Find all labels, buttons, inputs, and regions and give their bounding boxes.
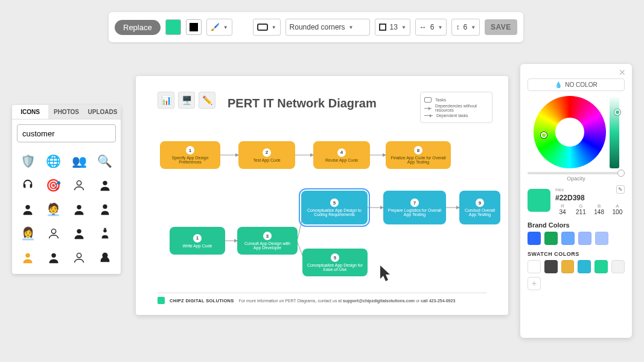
svg-point-7 [51,229,56,233]
fill-color-chip[interactable] [165,19,181,35]
chevron-down-icon: ▼ [272,25,276,30]
person-outline-icon[interactable] [43,223,65,244]
user-solid-icon[interactable] [68,223,91,244]
shape-type-dropdown[interactable]: ▼ [253,19,281,36]
user-solid-icon[interactable] [17,199,39,220]
color-swatch[interactable] [578,260,591,273]
diagram-node[interactable]: 5Conceptualize App Design for Ease-of-Us… [302,249,368,276]
tab-photos[interactable]: PHOTOS [48,105,84,119]
color-swatch[interactable] [561,260,575,273]
female-user-icon[interactable] [94,199,116,220]
paint-roller-dropdown[interactable]: 🖌️ ▼ [206,19,232,36]
color-wheel-handle[interactable] [541,132,547,138]
brand-swatch[interactable] [578,232,591,245]
female-user-icon[interactable] [94,247,116,268]
diagram-node[interactable]: 1Write App Code [170,227,225,255]
height-arrow-dropdown[interactable]: ↕ 6 ▼ [451,19,480,36]
brand-colors-row [528,232,625,245]
diagram-node[interactable]: 4Revise App Code [313,141,370,169]
node-label: Conceptualize App Design to Coding Requi… [305,208,364,217]
chevron-down-icon: ▼ [471,25,476,30]
user-solid-icon[interactable] [17,247,39,268]
node-label: Prepare Logistics for Overall App Testin… [387,208,442,217]
node-number: 8 [414,146,422,154]
brand-swatch[interactable] [561,232,575,245]
svg-point-13 [77,253,81,258]
search-input[interactable] [18,129,121,138]
width-arrow-dropdown[interactable]: ↔ 6 ▼ [415,19,447,36]
save-button[interactable]: SAVE [485,19,517,35]
female-headset-icon[interactable]: 👩‍💼 [17,223,39,244]
icon-result[interactable]: 👥 [68,151,91,171]
chevron-down-icon: ▼ [349,25,354,30]
g-value: 211 [573,209,588,215]
brand-swatch[interactable] [595,232,608,245]
chevron-down-icon: ▼ [401,25,406,30]
format-toolbar: Replace 🖌️ ▼ ▼ Rounded corners ▼ 13 ▼ ↔ … [109,12,523,42]
rounded-rect-icon [257,24,268,31]
opacity-slider[interactable] [528,172,625,174]
color-swatch[interactable] [611,260,625,273]
color-swatch[interactable] [544,260,558,273]
diagram-node[interactable]: 8Finalize App Code for Overall App Testi… [386,141,451,169]
company-name: CHIPZ DIGITAL SOLUTIONS [170,298,234,303]
close-icon[interactable]: ✕ [619,68,626,77]
concierge-icon[interactable] [94,223,116,244]
border-width-dropdown[interactable]: 13 ▼ [375,19,410,36]
user-solid-icon[interactable] [94,175,116,195]
b-value: 148 [592,209,607,215]
eyedropper-icon[interactable]: ✎ [616,185,625,194]
legend-box: Tasks Dependencies without resources Dep… [420,92,493,123]
shade-slider[interactable] [610,96,619,168]
current-color-swatch [528,189,550,212]
a-value: 100 [610,209,625,215]
editor-canvas[interactable]: 📊 🖥️ ✏️ PERT IT Network Diagram Tasks De… [136,76,508,315]
hex-value[interactable]: #22D398 [555,194,625,202]
user-solid-icon[interactable] [68,199,91,220]
stroke-color-chip[interactable] [186,19,202,35]
color-swatch[interactable] [595,260,608,273]
tab-uploads[interactable]: UPLOADS [84,105,121,119]
brand-swatch[interactable] [528,232,541,245]
icon-result[interactable]: 🌐 [43,151,65,171]
diagram-node[interactable]: 5Conceptualize App Design to Coding Requ… [301,191,368,224]
design-icon: ✏️ [199,92,215,109]
node-number: 2 [263,148,271,157]
tab-icons[interactable]: ICONS [12,105,48,119]
icon-result[interactable]: 🛡️ [17,151,39,171]
arrow-h-value: 6 [430,23,435,31]
diagram-node[interactable]: 9Conduct Overall App Testing [459,191,500,224]
brand-swatch[interactable] [544,232,558,245]
icon-result[interactable]: 🎯 [43,175,65,195]
r-value: 34 [555,209,570,215]
footer-text: or [416,299,421,303]
chevron-down-icon: ▼ [438,25,443,30]
node-label: Specify App Design Preferences [164,156,217,164]
diagram-node[interactable]: 1Specify App Design Preferences [160,141,220,169]
opacity-handle[interactable] [617,170,625,177]
user-solid-icon[interactable] [43,247,65,268]
headset-icon[interactable] [17,175,39,195]
person-icon[interactable] [68,175,91,195]
color-picker-panel: ✕ 💧 NO COLOR Opacity Hex ✎ #22D398 R34 G… [520,64,632,338]
swatch-colors-title: SWATCH COLORS [528,251,625,257]
diagram-footer: CHIPZ DIGITAL SOLUTIONS For more informa… [158,293,486,304]
support-agent-icon[interactable]: 🧑‍💼 [43,199,65,220]
assets-tabs: ICONS PHOTOS UPLOADS [12,105,121,119]
icon-result[interactable]: 🔍 [94,151,116,171]
svg-point-12 [51,253,56,258]
no-color-label: NO COLOR [565,81,597,88]
diagram-node[interactable]: 2Test App Code [238,141,295,169]
legend-item: Dependencies without resources [435,104,488,112]
add-swatch-button[interactable]: ＋ [528,277,541,290]
no-color-button[interactable]: 💧 NO COLOR [528,78,625,91]
diagram-node[interactable]: 7Prepare Logistics for Overall App Testi… [383,191,446,224]
color-swatch[interactable] [528,260,541,273]
diagram-node[interactable]: 3Consult App Design with App Developer [237,227,298,255]
replace-button[interactable]: Replace [115,20,161,35]
corner-style-dropdown[interactable]: Rounded corners ▼ [285,19,370,36]
color-wheel[interactable] [534,96,606,168]
shade-handle[interactable] [614,109,620,115]
person-outline-icon[interactable] [68,247,91,268]
monitor-icon: 🖥️ [178,92,195,109]
